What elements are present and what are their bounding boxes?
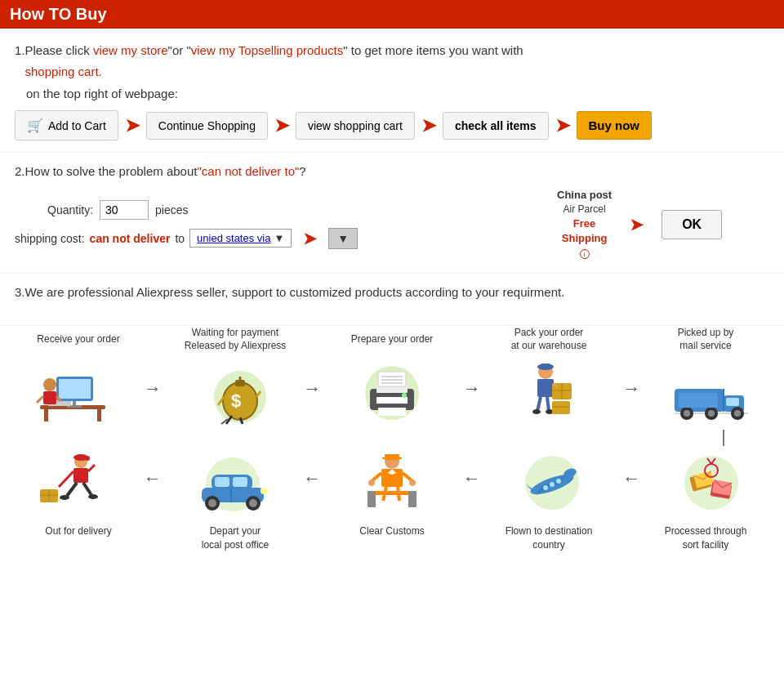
label-receive-text: Receive your order — [37, 332, 119, 346]
svg-point-103 — [261, 488, 267, 494]
flow-top-icons: → $ — [15, 356, 769, 430]
svg-line-10 — [37, 396, 43, 403]
svg-rect-1 — [44, 409, 48, 422]
free-circle-icon: i — [580, 249, 590, 259]
s1-intro-text: 1.Please click — [15, 43, 93, 57]
label-payment-text: Waiting for paymentReleased by Aliexpres… — [185, 326, 287, 354]
top-arrow-1: → — [144, 378, 162, 408]
svg-rect-45 — [552, 401, 570, 414]
svg-line-92 — [383, 487, 386, 501]
svg-line-115 — [83, 483, 91, 495]
svg-line-113 — [88, 465, 95, 471]
qty-unit: pieces — [155, 203, 188, 216]
shipping-link: unied states via — [197, 232, 270, 244]
air-parcel-label: Air Parcel — [557, 203, 612, 216]
label-out-text: Out for delivery — [45, 524, 111, 538]
svg-point-77 — [556, 479, 561, 484]
continue-shopping-label: Continue Shopping — [158, 119, 256, 132]
svg-rect-97 — [215, 477, 229, 487]
shipping-red: can not deliver — [90, 232, 171, 245]
label-receive: Receive your order — [17, 332, 140, 346]
qty-input[interactable] — [100, 200, 149, 220]
svg-rect-35 — [541, 364, 550, 368]
label-prepare-text: Prepare your order — [351, 332, 434, 346]
shipping-location-dropdown[interactable]: unied states via ▼ — [189, 229, 292, 248]
s2-title-before: 2.How to solve the problem about — [15, 164, 197, 178]
shipping-row: shipping cost: can not deliver to unied … — [15, 228, 541, 249]
svg-line-93 — [398, 487, 399, 501]
free-shipping-label: Free Shipping — [557, 216, 612, 246]
svg-rect-50 — [726, 398, 739, 406]
icon-payment: $ — [187, 356, 277, 430]
dropdown-chevron-2: ▼ — [337, 232, 349, 245]
section-2: 2.How to solve the problem about"can not… — [0, 153, 784, 274]
icon-pack — [506, 356, 596, 430]
shipping-word: Shipping — [562, 232, 608, 244]
arrow-ok: ➤ — [630, 215, 644, 234]
icon-customs — [347, 446, 437, 520]
arrow-2: ➤ — [274, 115, 289, 136]
svg-rect-111 — [74, 468, 88, 483]
vert-line — [723, 430, 724, 446]
svg-point-117 — [88, 494, 98, 499]
s2-right: China post Air Parcel Free Shipping i ➤ … — [557, 188, 769, 261]
svg-point-54 — [708, 410, 715, 417]
svg-rect-2 — [97, 409, 101, 422]
arrow-shipping: ➤ — [303, 229, 317, 248]
s3-title: 3.We are professional Aliexpress seller,… — [15, 285, 769, 299]
s1-cart-link[interactable]: shopping cart. — [25, 65, 102, 78]
label-customs: Clear Customs — [331, 524, 453, 552]
icon-prepare — [347, 356, 437, 430]
buy-now-btn[interactable]: Buy now — [577, 111, 653, 140]
flow-bottom-icons: ← — [15, 446, 769, 520]
top-arrow-2: → — [303, 378, 321, 408]
bottom-arrow-1: ← — [622, 468, 640, 497]
s1-link1[interactable]: view my store — [93, 43, 168, 57]
top-arrow-3: → — [463, 378, 481, 408]
svg-point-100 — [208, 499, 216, 507]
label-pickup-text: Picked up bymail service — [678, 326, 734, 354]
add-to-cart-btn[interactable]: 🛒 Add to Cart — [15, 110, 118, 141]
ok-button[interactable]: OK — [662, 210, 722, 239]
svg-point-31 — [402, 393, 407, 398]
free-label: Free — [573, 217, 595, 230]
icon-courier — [28, 446, 118, 520]
s2-left: Quantity: pieces shipping cost: can not … — [15, 200, 541, 249]
s1-link2[interactable]: view my Topselling products — [191, 43, 343, 57]
svg-rect-26 — [376, 397, 408, 404]
check-items-btn[interactable]: check all items — [443, 112, 549, 140]
s1-intro: 1.Please click view my store"or "view my… — [15, 40, 769, 82]
continue-shopping-btn[interactable]: Continue Shopping — [146, 112, 268, 140]
dropdown-chevron: ▼ — [274, 232, 284, 244]
buy-now-label: Buy now — [589, 118, 640, 132]
icon-truck — [666, 356, 756, 430]
svg-line-41 — [537, 397, 541, 411]
svg-line-112 — [59, 471, 74, 487]
china-post-label: China post — [557, 188, 612, 203]
label-depart-text: Depart yourlocal post office — [202, 524, 270, 552]
svg-rect-90 — [368, 491, 376, 507]
label-depart: Depart yourlocal post office — [174, 524, 296, 552]
svg-line-42 — [547, 397, 549, 411]
page-title: How TO Buy — [10, 5, 107, 24]
s2-title-red: "can not deliver to" — [197, 164, 299, 178]
svg-rect-27 — [378, 372, 406, 386]
section-1: 1.Please click view my store"or "view my… — [0, 29, 784, 153]
svg-point-56 — [734, 410, 741, 417]
label-prepare: Prepare your order — [331, 332, 453, 346]
vert-connector — [15, 430, 769, 446]
s1-suffix: to get more items you want with — [348, 43, 523, 57]
shipping-method-dropdown[interactable]: ▼ — [328, 228, 358, 249]
label-sort-text: Processed throughsort facility — [665, 524, 747, 552]
svg-point-102 — [249, 499, 257, 507]
check-items-label: check all items — [455, 119, 537, 132]
shipping-to: to — [175, 232, 185, 245]
section-3: 3.We are professional Aliexpress seller,… — [0, 274, 784, 326]
s1-indent: on the top right of webpage: — [26, 87, 769, 100]
s1-or: or — [172, 43, 187, 57]
label-payment: Waiting for paymentReleased by Aliexpres… — [174, 326, 296, 354]
view-cart-btn[interactable]: view shopping cart — [296, 112, 415, 140]
label-flown: Flown to destinationcountry — [488, 524, 610, 552]
icon-receive — [28, 356, 118, 430]
bottom-arrow-2: ← — [463, 468, 481, 497]
